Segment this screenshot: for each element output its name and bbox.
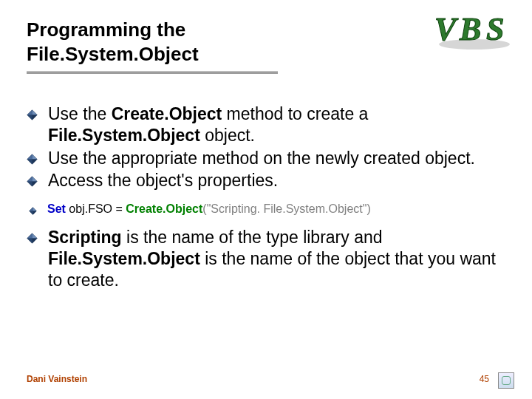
bullet-3: Access the object's properties. xyxy=(27,170,505,191)
logo-letter-s: S xyxy=(486,11,504,47)
bullet-4: Set obj.FSO = Create.Object("Scripting. … xyxy=(27,202,505,216)
diamond-bullet-icon xyxy=(27,109,38,120)
title-line-1: Programming the xyxy=(27,18,185,41)
footer-author: Dani Vainstein xyxy=(27,374,87,384)
title-underline xyxy=(27,72,278,72)
diamond-bullet-icon xyxy=(27,233,38,244)
logo-letter-v: V xyxy=(434,11,459,47)
footer-page-number: 45 xyxy=(480,374,489,384)
content-body: Use the Create.Object method to create a… xyxy=(27,103,505,292)
bullet-text: Access the object's properties. xyxy=(48,170,505,191)
bullet-2: Use the appropriate method on the newly … xyxy=(27,148,505,169)
bullet-text: Use the Create.Object method to create a… xyxy=(48,103,505,146)
vbs-logo: V B S xyxy=(429,7,517,52)
slide: Programming the File.System.Object V B S… xyxy=(0,0,532,399)
footer-decoration-icon xyxy=(498,372,514,389)
logo-letter-b: B xyxy=(459,11,481,47)
slide-title: Programming the File.System.Object xyxy=(27,18,337,66)
bullet-text: Set obj.FSO = Create.Object("Scripting. … xyxy=(47,202,505,216)
bullet-5: Scripting is the name of the type librar… xyxy=(27,227,505,290)
diamond-bullet-icon xyxy=(29,205,37,213)
title-line-2: File.System.Object xyxy=(27,43,199,65)
diamond-bullet-icon xyxy=(27,176,38,187)
bullet-text: Use the appropriate method on the newly … xyxy=(48,148,505,169)
bullet-1: Use the Create.Object method to create a… xyxy=(27,103,505,146)
bullet-text: Scripting is the name of the type librar… xyxy=(48,227,505,290)
diamond-bullet-icon xyxy=(27,154,38,165)
